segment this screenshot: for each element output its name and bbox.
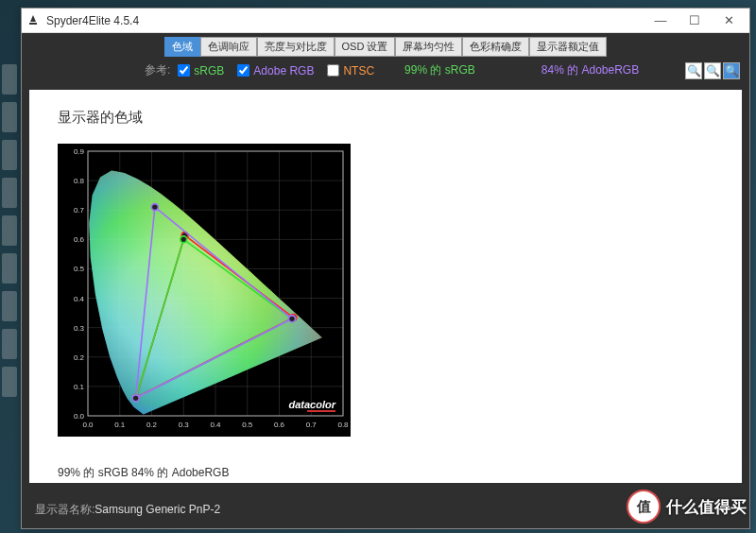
svg-text:0.5: 0.5	[74, 265, 85, 273]
page-heading: 显示器的色域	[58, 109, 713, 127]
coverage-srgb: 99% 的 sRGB	[404, 62, 475, 78]
svg-text:0.0: 0.0	[74, 412, 85, 421]
display-name-label: 显示器名称:	[35, 502, 94, 518]
checkbox-adobergb[interactable]: Adobe RGB	[237, 64, 314, 77]
svg-text:0.7: 0.7	[306, 421, 318, 429]
svg-text:0.2: 0.2	[74, 353, 85, 362]
display-name-value: Samsung Generic PnP-2	[94, 503, 220, 516]
svg-text:0.4: 0.4	[210, 421, 221, 429]
svg-rect-0	[29, 23, 37, 25]
svg-text:0.6: 0.6	[74, 235, 85, 244]
svg-text:0.8: 0.8	[337, 421, 349, 429]
svg-text:0.5: 0.5	[242, 421, 253, 429]
svg-text:0.4: 0.4	[74, 295, 85, 303]
svg-text:0.1: 0.1	[74, 383, 85, 391]
tab-3[interactable]: OSD 设置	[335, 37, 396, 57]
svg-text:0.1: 0.1	[114, 421, 126, 429]
svg-text:0.8: 0.8	[74, 177, 85, 185]
coverage-adobergb: 84% 的 AdobeRGB	[541, 62, 639, 78]
svg-text:0.0: 0.0	[82, 421, 94, 429]
tab-0[interactable]: 色域	[164, 37, 200, 57]
watermark-text: 什么值得买	[666, 496, 747, 518]
svg-point-44	[180, 236, 187, 243]
tab-2[interactable]: 亮度与对比度	[257, 37, 335, 57]
checkbox-srgb[interactable]: sRGB	[178, 64, 224, 77]
checkbox-ntsc[interactable]: NTSC	[327, 64, 374, 77]
svg-rect-50	[307, 410, 335, 412]
tab-4[interactable]: 屏幕均匀性	[395, 37, 462, 57]
zoom-out-icon[interactable]: 🔍	[704, 62, 721, 79]
tab-bar: 色域色调响应亮度与对比度OSD 设置屏幕均匀性色彩精确度显示器额定值	[22, 33, 749, 59]
zoom-fit-icon[interactable]: 🔍	[723, 62, 740, 79]
chromaticity-chart: 0.00.10.20.30.40.50.60.70.80.00.10.20.30…	[58, 144, 351, 437]
reference-bar: 参考: sRGB Adobe RGB NTSC 99% 的 sRGB 84% 的…	[22, 59, 749, 82]
zoom-in-icon[interactable]: 🔍	[685, 62, 702, 79]
svg-text:datacolor: datacolor	[288, 399, 335, 410]
watermark: 值 什么值得买	[627, 490, 747, 524]
tab-1[interactable]: 色调响应	[200, 37, 257, 57]
svg-text:0.2: 0.2	[146, 421, 158, 429]
svg-point-46	[289, 316, 296, 322]
svg-point-47	[151, 204, 158, 211]
minimize-button[interactable]: —	[644, 10, 678, 31]
coverage-summary: 99% 的 sRGB 84% 的 AdobeRGB	[58, 465, 229, 481]
window-title: Spyder4Elite 4.5.4	[46, 14, 644, 27]
svg-point-48	[132, 395, 139, 402]
app-icon	[26, 13, 41, 28]
close-button[interactable]: ✕	[712, 10, 746, 31]
svg-text:0.3: 0.3	[179, 421, 190, 429]
reference-label: 参考:	[145, 62, 170, 78]
tab-6[interactable]: 显示器额定值	[529, 37, 607, 57]
watermark-icon: 值	[627, 490, 661, 524]
svg-text:0.9: 0.9	[74, 147, 85, 156]
tab-5[interactable]: 色彩精确度	[462, 37, 529, 57]
content-page: 显示器的色域 0.00.10.20.30.40.50.60.70.80.00.1…	[29, 90, 742, 483]
app-window: Spyder4Elite 4.5.4 — ☐ ✕ 色域色调响应亮度与对比度OSD…	[21, 8, 750, 529]
svg-text:0.6: 0.6	[274, 421, 285, 429]
svg-text:0.7: 0.7	[74, 206, 85, 215]
svg-text:0.3: 0.3	[74, 324, 85, 333]
titlebar[interactable]: Spyder4Elite 4.5.4 — ☐ ✕	[22, 9, 749, 33]
maximize-button[interactable]: ☐	[678, 10, 712, 31]
